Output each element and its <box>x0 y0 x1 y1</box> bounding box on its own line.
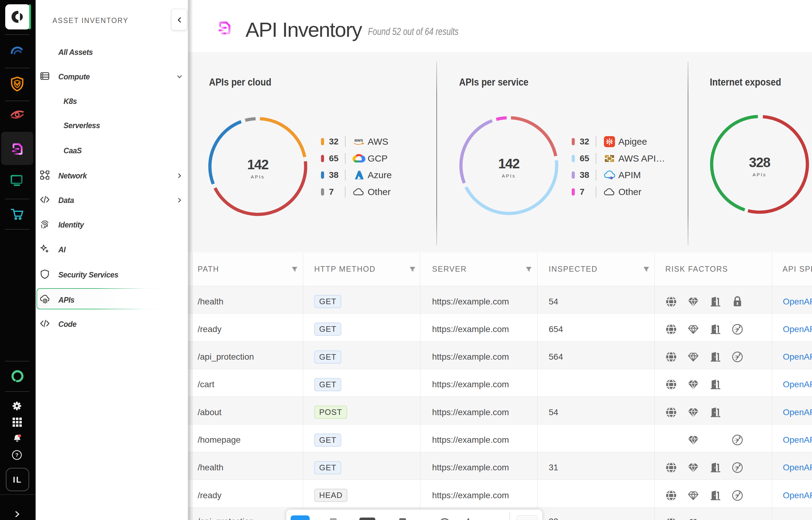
svg-text:aws: aws <box>354 137 363 142</box>
svg-text:?: ? <box>15 452 18 458</box>
